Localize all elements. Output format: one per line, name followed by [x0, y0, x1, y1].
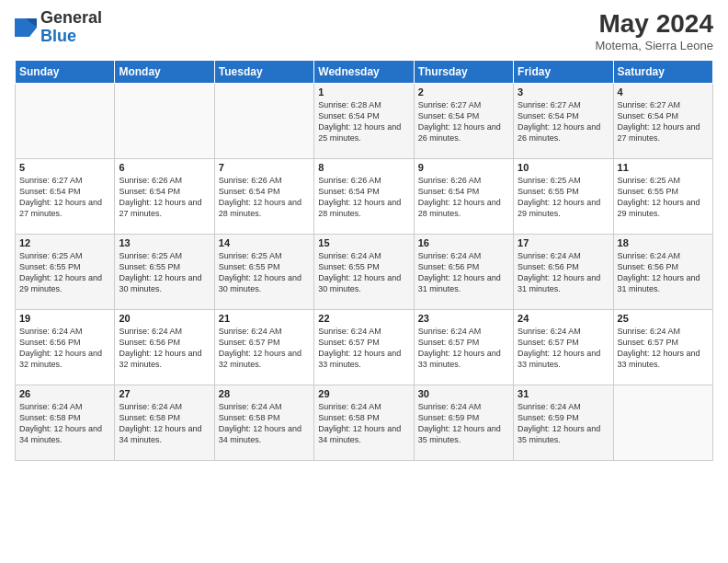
day-number-23: 23 [418, 313, 509, 324]
header-thursday: Thursday [414, 61, 513, 84]
calendar-cell-3-1: 20Sunrise: 6:24 AM Sunset: 6:56 PM Dayli… [115, 310, 214, 385]
header-monday: Monday [115, 61, 214, 84]
week-row-2: 12Sunrise: 6:25 AM Sunset: 6:55 PM Dayli… [16, 235, 713, 310]
day-info-4: Sunrise: 6:27 AM Sunset: 6:54 PM Dayligh… [618, 99, 709, 144]
calendar-cell-4-4: 30Sunrise: 6:24 AM Sunset: 6:59 PM Dayli… [414, 385, 513, 461]
calendar-cell-2-3: 15Sunrise: 6:24 AM Sunset: 6:55 PM Dayli… [314, 235, 414, 310]
day-number-14: 14 [219, 237, 310, 248]
day-number-7: 7 [219, 162, 310, 173]
day-number-16: 16 [418, 237, 509, 248]
day-info-2: Sunrise: 6:27 AM Sunset: 6:54 PM Dayligh… [418, 99, 509, 144]
calendar-cell-0-0 [16, 84, 115, 159]
calendar-cell-1-4: 9Sunrise: 6:26 AM Sunset: 6:54 PM Daylig… [414, 159, 513, 235]
day-number-10: 10 [518, 162, 609, 173]
week-row-4: 26Sunrise: 6:24 AM Sunset: 6:58 PM Dayli… [16, 385, 713, 461]
month-year: May 2024 [595, 9, 713, 39]
day-info-18: Sunrise: 6:24 AM Sunset: 6:56 PM Dayligh… [618, 250, 709, 295]
calendar-cell-2-1: 13Sunrise: 6:25 AM Sunset: 6:55 PM Dayli… [115, 235, 214, 310]
day-info-13: Sunrise: 6:25 AM Sunset: 6:55 PM Dayligh… [119, 250, 210, 295]
day-number-29: 29 [318, 388, 409, 399]
day-number-1: 1 [318, 86, 409, 98]
title-block: May 2024 Motema, Sierra Leone [595, 9, 713, 52]
logo-icon [15, 15, 37, 40]
day-number-22: 22 [318, 313, 409, 324]
day-info-21: Sunrise: 6:24 AM Sunset: 6:57 PM Dayligh… [219, 326, 310, 371]
header-friday: Friday [514, 61, 613, 84]
day-number-13: 13 [119, 237, 210, 248]
day-info-31: Sunrise: 6:24 AM Sunset: 6:59 PM Dayligh… [518, 401, 609, 446]
day-number-5: 5 [19, 162, 110, 173]
day-info-23: Sunrise: 6:24 AM Sunset: 6:57 PM Dayligh… [418, 326, 509, 371]
header: General Blue May 2024 Motema, Sierra Leo… [15, 9, 713, 52]
calendar-cell-3-0: 19Sunrise: 6:24 AM Sunset: 6:56 PM Dayli… [16, 310, 115, 385]
day-info-19: Sunrise: 6:24 AM Sunset: 6:56 PM Dayligh… [19, 326, 110, 371]
day-info-29: Sunrise: 6:24 AM Sunset: 6:58 PM Dayligh… [318, 401, 409, 446]
calendar-cell-2-4: 16Sunrise: 6:24 AM Sunset: 6:56 PM Dayli… [414, 235, 513, 310]
day-info-30: Sunrise: 6:24 AM Sunset: 6:59 PM Dayligh… [418, 401, 509, 446]
day-info-17: Sunrise: 6:24 AM Sunset: 6:56 PM Dayligh… [518, 250, 609, 295]
day-number-11: 11 [618, 162, 709, 173]
day-number-3: 3 [518, 86, 609, 98]
day-number-2: 2 [418, 86, 509, 98]
day-info-28: Sunrise: 6:24 AM Sunset: 6:58 PM Dayligh… [219, 401, 310, 446]
calendar-body: 1Sunrise: 6:28 AM Sunset: 6:54 PM Daylig… [16, 84, 713, 461]
day-number-31: 31 [518, 388, 609, 399]
logo: General Blue [15, 9, 102, 46]
calendar-cell-4-6 [613, 385, 712, 461]
calendar-cell-1-0: 5Sunrise: 6:27 AM Sunset: 6:54 PM Daylig… [16, 159, 115, 235]
day-number-6: 6 [119, 162, 210, 173]
header-sunday: Sunday [16, 61, 115, 84]
day-info-3: Sunrise: 6:27 AM Sunset: 6:54 PM Dayligh… [518, 99, 609, 144]
calendar-header: Sunday Monday Tuesday Wednesday Thursday… [16, 61, 713, 84]
calendar-cell-2-2: 14Sunrise: 6:25 AM Sunset: 6:55 PM Dayli… [214, 235, 313, 310]
day-info-5: Sunrise: 6:27 AM Sunset: 6:54 PM Dayligh… [19, 175, 110, 220]
calendar-cell-1-5: 10Sunrise: 6:25 AM Sunset: 6:55 PM Dayli… [514, 159, 613, 235]
location: Motema, Sierra Leone [595, 39, 713, 52]
day-number-30: 30 [418, 388, 509, 399]
day-number-18: 18 [618, 237, 709, 248]
day-number-20: 20 [119, 313, 210, 324]
header-wednesday: Wednesday [314, 61, 414, 84]
calendar-cell-3-3: 22Sunrise: 6:24 AM Sunset: 6:57 PM Dayli… [314, 310, 414, 385]
day-number-4: 4 [618, 86, 709, 98]
calendar-cell-0-5: 3Sunrise: 6:27 AM Sunset: 6:54 PM Daylig… [514, 84, 613, 159]
day-info-20: Sunrise: 6:24 AM Sunset: 6:56 PM Dayligh… [119, 326, 210, 371]
calendar-cell-2-0: 12Sunrise: 6:25 AM Sunset: 6:55 PM Dayli… [16, 235, 115, 310]
day-number-17: 17 [518, 237, 609, 248]
calendar-cell-2-6: 18Sunrise: 6:24 AM Sunset: 6:56 PM Dayli… [613, 235, 712, 310]
day-info-11: Sunrise: 6:25 AM Sunset: 6:55 PM Dayligh… [618, 175, 709, 220]
calendar-cell-0-3: 1Sunrise: 6:28 AM Sunset: 6:54 PM Daylig… [314, 84, 414, 159]
day-number-24: 24 [518, 313, 609, 324]
calendar-cell-4-3: 29Sunrise: 6:24 AM Sunset: 6:58 PM Dayli… [314, 385, 414, 461]
day-info-25: Sunrise: 6:24 AM Sunset: 6:57 PM Dayligh… [618, 326, 709, 371]
week-row-1: 5Sunrise: 6:27 AM Sunset: 6:54 PM Daylig… [16, 159, 713, 235]
day-number-12: 12 [19, 237, 110, 248]
day-number-28: 28 [219, 388, 310, 399]
day-info-6: Sunrise: 6:26 AM Sunset: 6:54 PM Dayligh… [119, 175, 210, 220]
calendar-cell-1-1: 6Sunrise: 6:26 AM Sunset: 6:54 PM Daylig… [115, 159, 214, 235]
calendar: Sunday Monday Tuesday Wednesday Thursday… [15, 60, 713, 461]
calendar-cell-4-1: 27Sunrise: 6:24 AM Sunset: 6:58 PM Dayli… [115, 385, 214, 461]
day-number-27: 27 [119, 388, 210, 399]
week-row-3: 19Sunrise: 6:24 AM Sunset: 6:56 PM Dayli… [16, 310, 713, 385]
day-info-7: Sunrise: 6:26 AM Sunset: 6:54 PM Dayligh… [219, 175, 310, 220]
week-row-0: 1Sunrise: 6:28 AM Sunset: 6:54 PM Daylig… [16, 84, 713, 159]
calendar-cell-4-2: 28Sunrise: 6:24 AM Sunset: 6:58 PM Dayli… [214, 385, 313, 461]
calendar-cell-1-6: 11Sunrise: 6:25 AM Sunset: 6:55 PM Dayli… [613, 159, 712, 235]
day-info-27: Sunrise: 6:24 AM Sunset: 6:58 PM Dayligh… [119, 401, 210, 446]
day-info-10: Sunrise: 6:25 AM Sunset: 6:55 PM Dayligh… [518, 175, 609, 220]
day-info-8: Sunrise: 6:26 AM Sunset: 6:54 PM Dayligh… [318, 175, 409, 220]
day-number-19: 19 [19, 313, 110, 324]
day-headers-row: Sunday Monday Tuesday Wednesday Thursday… [16, 61, 713, 84]
calendar-cell-4-5: 31Sunrise: 6:24 AM Sunset: 6:59 PM Dayli… [514, 385, 613, 461]
calendar-cell-0-4: 2Sunrise: 6:27 AM Sunset: 6:54 PM Daylig… [414, 84, 513, 159]
calendar-cell-1-3: 8Sunrise: 6:26 AM Sunset: 6:54 PM Daylig… [314, 159, 414, 235]
day-info-1: Sunrise: 6:28 AM Sunset: 6:54 PM Dayligh… [318, 99, 409, 144]
day-info-22: Sunrise: 6:24 AM Sunset: 6:57 PM Dayligh… [318, 326, 409, 371]
day-info-16: Sunrise: 6:24 AM Sunset: 6:56 PM Dayligh… [418, 250, 509, 295]
calendar-cell-3-2: 21Sunrise: 6:24 AM Sunset: 6:57 PM Dayli… [214, 310, 313, 385]
day-number-15: 15 [318, 237, 409, 248]
day-info-9: Sunrise: 6:26 AM Sunset: 6:54 PM Dayligh… [418, 175, 509, 220]
calendar-cell-3-6: 25Sunrise: 6:24 AM Sunset: 6:57 PM Dayli… [613, 310, 712, 385]
calendar-cell-0-1 [115, 84, 214, 159]
